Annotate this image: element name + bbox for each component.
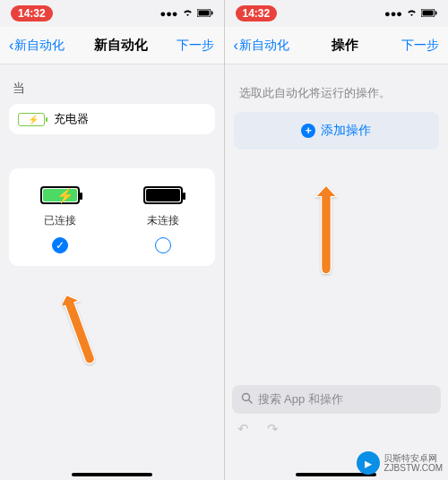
hint-text: 选取此自动化将运行的操作。: [239, 86, 435, 101]
trigger-charger-card[interactable]: ⚡ 充电器: [9, 104, 215, 134]
search-icon: [241, 392, 253, 407]
option-connected-label: 已连接: [44, 213, 76, 228]
add-action-label: 添加操作: [321, 123, 371, 139]
status-icons: ●●●: [160, 8, 213, 19]
bottom-area: 搜索 App 和操作 ↶ ↷: [232, 385, 442, 437]
watermark-brand: 贝斯特安卓网: [383, 453, 443, 463]
svg-rect-4: [423, 11, 434, 16]
back-button[interactable]: ‹ 新自动化: [9, 38, 65, 54]
option-disconnected-label: 未连接: [147, 213, 179, 228]
when-label: 当: [13, 81, 211, 97]
wifi-icon: [182, 8, 194, 19]
nav-title: 操作: [332, 37, 358, 54]
trigger-label: 充电器: [54, 111, 89, 127]
battery-icon: [421, 8, 437, 19]
watermark: ▸ 贝斯特安卓网 ZJBSTW.COM: [357, 451, 443, 475]
nav-bar: ‹ 新自动化 操作 下一步: [225, 27, 449, 64]
wifi-icon: [406, 8, 418, 19]
back-button[interactable]: ‹ 新自动化: [234, 38, 289, 54]
next-button[interactable]: 下一步: [401, 38, 439, 54]
next-button[interactable]: 下一步: [177, 38, 214, 54]
signal-icon: ●●●: [160, 8, 178, 19]
status-bar: 14:32 ●●●: [225, 0, 449, 27]
left-screenshot: 14:32 ●●● ‹ 新自动化 新自动化 下一步 当 ⚡ 充电器 ⚡ 已连: [0, 0, 225, 480]
nav-title: 新自动化: [94, 37, 148, 54]
svg-line-7: [248, 400, 252, 404]
charger-icon: ⚡: [18, 113, 45, 126]
content-area: 选取此自动化将运行的操作。 + 添加操作 搜索 App 和操作 ↶ ↷: [225, 64, 449, 480]
plus-circle-icon: +: [301, 124, 315, 138]
back-label: 新自动化: [14, 38, 65, 54]
annotation-arrow: [310, 185, 342, 278]
option-disconnected[interactable]: 未连接: [112, 186, 215, 253]
battery-charging-icon: ⚡: [40, 186, 80, 204]
nav-bar: ‹ 新自动化 新自动化 下一步: [0, 27, 224, 64]
chevron-left-icon: ‹: [9, 38, 13, 54]
battery-full-icon: [143, 186, 183, 204]
time-pill: 14:32: [11, 5, 53, 21]
back-label: 新自动化: [239, 38, 289, 54]
battery-icon: [197, 8, 213, 19]
search-placeholder: 搜索 App 和操作: [258, 391, 343, 407]
svg-rect-2: [211, 12, 213, 15]
time-pill: 14:32: [236, 5, 278, 21]
right-screenshot: 14:32 ●●● ‹ 新自动化 操作 下一步 选取此自动化将运行的操作。 + …: [225, 0, 449, 480]
option-connected[interactable]: ⚡ 已连接 ✓: [9, 186, 112, 253]
toolbar-icons: ↶ ↷: [232, 421, 442, 437]
redo-icon[interactable]: ↷: [267, 421, 279, 437]
svg-rect-5: [435, 12, 437, 15]
home-indicator: [72, 473, 152, 476]
status-bar: 14:32 ●●●: [0, 0, 224, 27]
svg-rect-1: [198, 11, 209, 16]
undo-icon[interactable]: ↶: [237, 421, 249, 437]
watermark-url: ZJBSTW.COM: [383, 463, 443, 473]
radio-connected[interactable]: ✓: [52, 237, 68, 253]
content-area: 当 ⚡ 充电器 ⚡ 已连接 ✓ 未连接: [0, 64, 224, 480]
add-action-button[interactable]: + 添加操作: [234, 112, 440, 150]
search-input[interactable]: 搜索 App 和操作: [232, 385, 442, 414]
connection-options-card: ⚡ 已连接 ✓ 未连接: [9, 168, 215, 266]
chevron-left-icon: ‹: [234, 38, 238, 54]
radio-disconnected[interactable]: [155, 237, 171, 253]
annotation-arrow: [63, 293, 95, 369]
status-icons: ●●●: [384, 8, 437, 19]
watermark-logo-icon: ▸: [357, 451, 380, 475]
signal-icon: ●●●: [384, 8, 402, 19]
